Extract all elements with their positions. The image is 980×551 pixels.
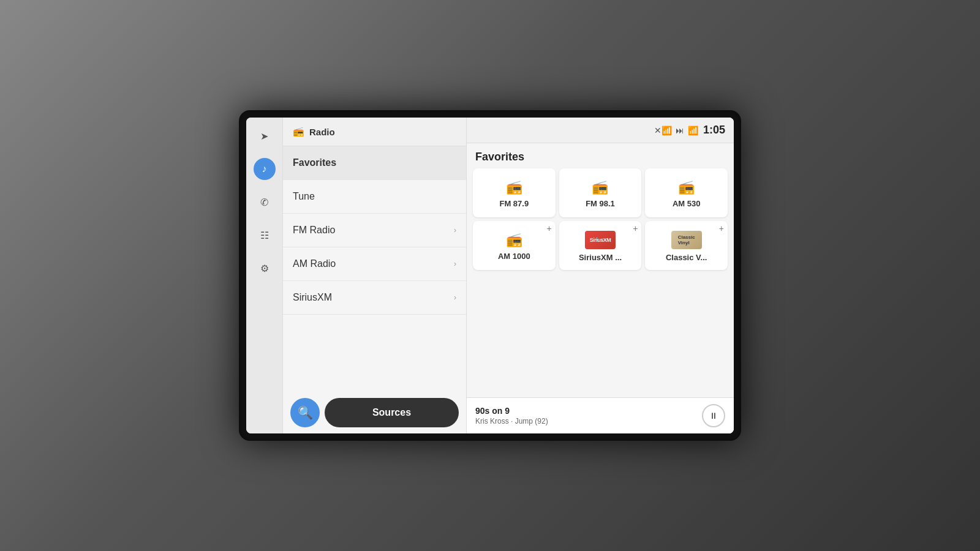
- classicv-logo: ClassicVinyl: [671, 231, 702, 249]
- menu-item-fm-radio[interactable]: FM Radio ›: [283, 214, 466, 247]
- station-label-classicv: Classic V...: [666, 253, 707, 262]
- add-icon[interactable]: +: [546, 223, 551, 233]
- fav-item-fm981[interactable]: 📻 FM 98.1: [559, 168, 642, 217]
- radio-icon: 📻: [592, 179, 608, 195]
- station-label-am530: AM 530: [673, 199, 701, 208]
- favorites-title: Favorites: [467, 143, 734, 168]
- now-playing-bar: 90s on 9 Kris Kross · Jump (92) ⏸: [467, 397, 734, 433]
- bluetooth-icon: 📶: [688, 126, 698, 135]
- station-label-sirius: SiriusXM ...: [579, 253, 622, 262]
- add-icon[interactable]: +: [633, 223, 638, 233]
- menu-list: Favorites Tune FM Radio › AM Radio › Sir: [283, 146, 466, 392]
- settings-icon[interactable]: ⚙: [254, 257, 276, 279]
- menu-item-favorites-label: Favorites: [293, 157, 336, 168]
- radio-icon: 📻: [506, 232, 522, 248]
- menu-item-am-label: AM Radio: [293, 258, 336, 269]
- right-panel: ✕📶 ⏭ 📶 1:05 Favorites 📻 FM 87.9 �: [467, 118, 734, 433]
- menu-item-tune-label: Tune: [293, 191, 315, 202]
- chevron-icon: ›: [454, 226, 456, 234]
- station-label-fm981: FM 98.1: [586, 199, 615, 208]
- radio-icon: 📻: [678, 179, 695, 195]
- phone-icon[interactable]: ✆: [254, 191, 276, 213]
- now-playing-track: Kris Kross · Jump (92): [475, 417, 548, 425]
- station-label-am1000: AM 1000: [498, 252, 530, 261]
- fav-item-siriusxm[interactable]: + SiriusXM SiriusXM ...: [559, 221, 642, 270]
- now-playing-info: 90s on 9 Kris Kross · Jump (92): [475, 406, 548, 425]
- fav-item-fm879[interactable]: 📻 FM 87.9: [473, 168, 556, 217]
- car-icon[interactable]: ☷: [254, 224, 276, 246]
- pause-icon: ⏸: [709, 411, 718, 421]
- time-display: 1:05: [703, 124, 725, 137]
- search-button[interactable]: 🔍: [290, 398, 320, 427]
- bottom-buttons: 🔍 Sources: [283, 392, 466, 433]
- menu-item-favorites[interactable]: Favorites: [283, 146, 466, 180]
- radio-header: 📻 Radio: [283, 118, 466, 146]
- left-panel: 📻 Radio Favorites Tune FM Radio ›: [283, 118, 467, 433]
- music-icon[interactable]: ♪: [254, 158, 276, 180]
- sidebar: ➤ ♪ ✆ ☷ ⚙: [246, 118, 283, 433]
- sources-button[interactable]: Sources: [325, 398, 459, 427]
- fav-item-am530[interactable]: 📻 AM 530: [645, 168, 728, 217]
- menu-item-tune[interactable]: Tune: [283, 180, 466, 214]
- chevron-icon: ›: [454, 293, 456, 302]
- sirius-logo: SiriusXM: [585, 231, 616, 249]
- menu-item-siriusxm[interactable]: SiriusXM ›: [283, 281, 466, 315]
- favorites-grid: 📻 FM 87.9 📻 FM 98.1 📻 AM 530: [467, 168, 734, 275]
- menu-item-sirius-label: SiriusXM: [293, 292, 332, 303]
- now-playing-station: 90s on 9: [475, 406, 548, 416]
- add-icon[interactable]: +: [719, 223, 724, 233]
- radio-header-icon: 📻: [293, 126, 304, 137]
- menu-item-fm-label: FM Radio: [293, 225, 335, 236]
- chevron-icon: ›: [454, 260, 456, 268]
- search-icon: 🔍: [298, 405, 313, 420]
- fav-item-am1000[interactable]: + 📻 AM 1000: [473, 221, 556, 270]
- fav-item-classicv[interactable]: + ClassicVinyl Classic V...: [645, 221, 728, 270]
- status-icons: ✕📶 ⏭ 📶: [654, 126, 698, 135]
- skip-icon: ⏭: [676, 126, 684, 135]
- main-screen: ➤ ♪ ✆ ☷ ⚙ 📻 Radio Favorites Tune: [246, 118, 734, 433]
- sources-label: Sources: [372, 407, 411, 418]
- radio-title: Radio: [309, 127, 335, 137]
- pause-button[interactable]: ⏸: [702, 404, 725, 427]
- radio-icon: 📻: [506, 179, 522, 195]
- station-label-fm879: FM 87.9: [499, 199, 529, 208]
- menu-item-am-radio[interactable]: AM Radio ›: [283, 247, 466, 281]
- right-header: ✕📶 ⏭ 📶 1:05: [467, 118, 734, 143]
- screen-bezel: ➤ ♪ ✆ ☷ ⚙ 📻 Radio Favorites Tune: [239, 110, 741, 441]
- car-background: ➤ ♪ ✆ ☷ ⚙ 📻 Radio Favorites Tune: [0, 0, 980, 551]
- no-signal-icon: ✕📶: [654, 126, 672, 135]
- navigation-icon[interactable]: ➤: [254, 125, 276, 147]
